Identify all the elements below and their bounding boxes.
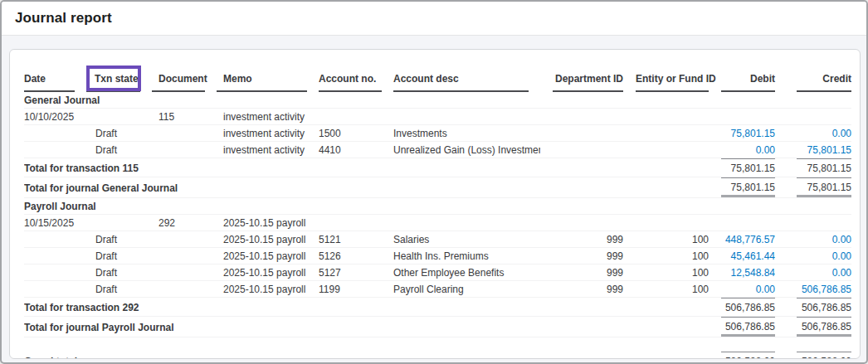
credit-amount-link[interactable]: 0.00 xyxy=(832,128,851,139)
column-header-entity-or-fund-id: Entity or Fund ID xyxy=(623,70,709,92)
journal-total-row: Total for journal General Journal 75,801… xyxy=(24,177,851,198)
credit-amount-link[interactable]: 506,786.85 xyxy=(802,284,851,295)
cell-memo: 2025-10.15 payroll xyxy=(217,281,319,298)
cell-account-desc xyxy=(393,109,540,125)
column-header-document: Document xyxy=(152,70,217,92)
credit-amount-link[interactable]: 0.00 xyxy=(832,267,851,279)
cell-document xyxy=(152,125,217,142)
cell-date xyxy=(24,248,86,265)
cell-memo: 2025-10.15 payroll xyxy=(217,215,319,231)
debit-amount-link[interactable]: 0.00 xyxy=(756,144,775,156)
line-row: Draft 2025-10.15 payroll 5127 Other Empl… xyxy=(24,265,851,281)
line-row: Draft investment activity 4410 Unrealize… xyxy=(24,142,851,158)
cell-credit: 0.00 xyxy=(775,125,851,142)
cell-account-desc: Salaries xyxy=(393,231,540,248)
cell-document: 115 xyxy=(152,109,217,125)
line-row: Draft 2025-10.15 payroll 5126 Health Ins… xyxy=(24,248,851,265)
journal-report-screen: Journal report Date Txn state xyxy=(0,0,868,364)
cell-debit-grand-total: 582,588.00 xyxy=(709,352,775,360)
transaction-row: 10/15/2025 292 2025-10.15 payroll xyxy=(24,215,851,231)
line-row: Draft 2025-10.15 payroll 1199 Payroll Cl… xyxy=(24,281,851,298)
debit-amount-link[interactable]: 12,548.84 xyxy=(731,267,775,279)
cell-credit: 0.00 xyxy=(775,248,851,265)
cell-credit: 75,801.15 xyxy=(775,142,851,158)
column-header-credit: Credit xyxy=(775,70,851,92)
header-row: Date Txn state Document Memo Account no.… xyxy=(24,70,851,92)
cell-memo: investment activity xyxy=(217,142,319,158)
cell-account-desc: Other Employee Benefits xyxy=(393,265,540,281)
cell-txn-state: Draft xyxy=(86,281,152,298)
cell-memo: 2025-10.15 payroll xyxy=(217,248,319,265)
debit-amount-link[interactable]: 75,801.15 xyxy=(731,128,775,139)
credit-amount-link[interactable]: 75,801.15 xyxy=(807,144,851,156)
cell-department-id: 999 xyxy=(540,281,623,298)
cell-document xyxy=(152,265,217,281)
cell-account-desc: Unrealized Gain (Loss) Investments xyxy=(393,142,540,158)
cell-date xyxy=(24,142,86,158)
journal-report-table: Date Txn state Document Memo Account no.… xyxy=(24,70,851,359)
cell-debit-total: 75,801.15 xyxy=(709,177,775,198)
cell-debit xyxy=(709,215,775,231)
cell-department-id: 999 xyxy=(540,248,623,265)
cell-credit-total: 75,801.15 xyxy=(775,177,851,198)
cell-debit-total: 506,786.85 xyxy=(709,298,775,317)
cell-account-no: 5126 xyxy=(319,248,393,265)
grand-total-label: Grand total xyxy=(24,352,709,360)
cell-memo: 2025-10.15 payroll xyxy=(217,231,319,248)
debit-amount-link[interactable]: 448,776.57 xyxy=(725,234,775,245)
cell-document xyxy=(152,231,217,248)
cell-document xyxy=(152,142,217,158)
cell-account-no xyxy=(319,109,393,125)
transaction-total-row: Total for transaction 292 506,786.85 506… xyxy=(24,298,851,317)
report-header-bar: Journal report xyxy=(2,2,866,36)
cell-credit xyxy=(775,215,851,231)
cell-department-id: 999 xyxy=(540,231,623,248)
cell-document xyxy=(152,281,217,298)
cell-debit-total: 506,786.85 xyxy=(709,317,775,337)
cell-account-desc: Health Ins. Premiums xyxy=(393,248,540,265)
cell-memo: 2025-10.15 payroll xyxy=(217,265,319,281)
total-label: Total for journal Payroll Journal xyxy=(24,317,709,337)
cell-document: 292 xyxy=(152,215,217,231)
cell-date: 10/10/2025 xyxy=(24,109,86,125)
cell-debit: 75,801.15 xyxy=(709,125,775,142)
cell-account-desc xyxy=(393,215,540,231)
cell-date xyxy=(24,231,86,248)
cell-entity-or-fund-id: 100 xyxy=(623,248,709,265)
cell-date xyxy=(24,265,86,281)
cell-department-id xyxy=(540,109,623,125)
cell-debit: 12,548.84 xyxy=(709,265,775,281)
cell-document xyxy=(152,248,217,265)
cell-credit-total: 75,801.15 xyxy=(775,158,851,177)
cell-txn-state: Draft xyxy=(86,231,152,248)
cell-entity-or-fund-id xyxy=(623,215,709,231)
cell-debit xyxy=(709,109,775,125)
line-row: Draft investment activity 1500 Investmen… xyxy=(24,125,851,142)
cell-account-no: 4410 xyxy=(319,142,393,158)
cell-entity-or-fund-id: 100 xyxy=(623,231,709,248)
credit-amount-link[interactable]: 0.00 xyxy=(832,234,851,245)
cell-entity-or-fund-id xyxy=(623,125,709,142)
section-label: Payroll Journal xyxy=(24,198,851,215)
cell-txn-state xyxy=(86,109,152,125)
journal-total-row: Total for journal Payroll Journal 506,78… xyxy=(24,317,851,337)
transaction-total-row: Total for transaction 115 75,801.15 75,8… xyxy=(24,158,851,177)
column-header-date: Date xyxy=(24,70,86,92)
debit-amount-link[interactable]: 45,461.44 xyxy=(731,250,775,262)
cell-account-no: 1500 xyxy=(319,125,393,142)
cell-department-id xyxy=(540,125,623,142)
cell-credit: 506,786.85 xyxy=(775,281,851,298)
page-title: Journal report xyxy=(15,10,112,27)
debit-amount-link[interactable]: 0.00 xyxy=(756,284,775,295)
cell-entity-or-fund-id: 100 xyxy=(623,265,709,281)
column-header-memo: Memo xyxy=(217,70,319,92)
credit-amount-link[interactable]: 0.00 xyxy=(832,250,851,262)
column-header-txn-state: Txn state xyxy=(86,70,152,92)
cell-debit: 448,776.57 xyxy=(709,231,775,248)
cell-credit-grand-total: 582,588.00 xyxy=(775,352,851,360)
column-header-department-id: Department ID xyxy=(540,70,623,92)
spacer-cell xyxy=(24,337,851,352)
cell-txn-state: Draft xyxy=(86,265,152,281)
cell-account-desc: Investments xyxy=(393,125,540,142)
cell-credit: 0.00 xyxy=(775,265,851,281)
